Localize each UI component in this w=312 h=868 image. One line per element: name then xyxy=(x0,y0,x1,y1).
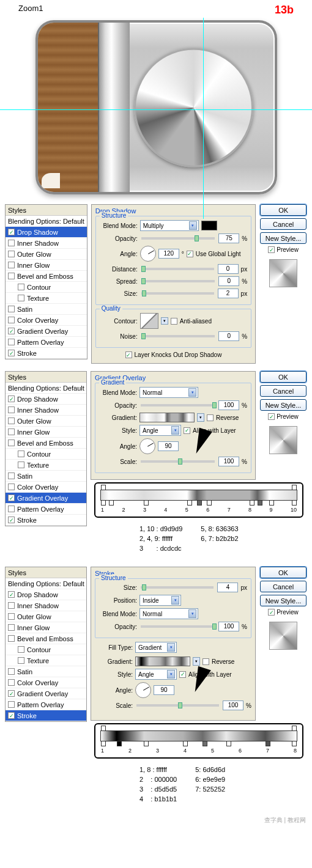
checkbox-icon[interactable] xyxy=(8,417,15,424)
blend-mode-select[interactable]: Multiply▾ xyxy=(140,220,199,231)
checkbox-icon[interactable] xyxy=(8,273,15,279)
checkbox-icon[interactable] xyxy=(8,251,15,257)
checkbox-icon[interactable] xyxy=(8,406,15,413)
checkbox-icon[interactable] xyxy=(8,240,15,246)
checkbox-icon[interactable] xyxy=(8,668,15,675)
size-input[interactable]: 4 xyxy=(217,583,238,592)
bevel-emboss-row[interactable]: Bevel and Emboss xyxy=(6,438,86,449)
checkbox-icon[interactable] xyxy=(8,473,15,479)
checkbox-icon[interactable] xyxy=(8,317,15,323)
spread-input[interactable]: 0 xyxy=(218,276,239,286)
stroke-row[interactable]: Stroke xyxy=(6,515,86,526)
preview-checkbox[interactable] xyxy=(268,246,275,253)
opacity-slider[interactable] xyxy=(141,404,215,406)
scale-slider[interactable] xyxy=(141,460,215,463)
chevron-down-icon[interactable]: ▾ xyxy=(161,317,168,325)
reverse-checkbox[interactable] xyxy=(207,414,214,421)
contour-row[interactable]: Contour xyxy=(6,282,87,293)
distance-slider[interactable] xyxy=(141,268,214,270)
checkbox-icon[interactable] xyxy=(18,284,24,290)
gradient-overlay-row[interactable]: Gradient Overlay xyxy=(6,493,86,504)
satin-row[interactable]: Satin xyxy=(6,666,86,677)
gradient-overlay-row[interactable]: Gradient Overlay xyxy=(6,688,86,699)
new-style-button[interactable]: New Style... xyxy=(260,595,306,606)
noise-input[interactable]: 0 xyxy=(218,331,239,341)
stroke-row[interactable]: Stroke xyxy=(6,710,86,721)
opacity-slider[interactable] xyxy=(141,237,215,240)
inner-glow-row[interactable]: Inner Glow xyxy=(6,427,86,438)
angle-dial[interactable] xyxy=(139,438,155,454)
color-overlay-row[interactable]: Color Overlay xyxy=(6,677,86,688)
filltype-select[interactable]: Gradient▾ xyxy=(135,642,177,653)
pattern-overlay-row[interactable]: Pattern Overlay xyxy=(6,504,86,515)
checkbox-icon[interactable] xyxy=(8,613,15,620)
checkbox-icon[interactable] xyxy=(8,517,15,523)
checkbox-icon[interactable] xyxy=(8,229,15,235)
checkbox-icon[interactable] xyxy=(8,701,15,708)
new-style-button[interactable]: New Style... xyxy=(260,232,306,244)
color-swatch[interactable] xyxy=(201,221,217,230)
inner-glow-row[interactable]: Inner Glow xyxy=(6,260,87,271)
gradient-editor[interactable]: 12345678 xyxy=(94,723,303,759)
drop-shadow-row[interactable]: Drop Shadow xyxy=(6,394,86,405)
spread-slider[interactable] xyxy=(141,280,215,282)
outer-glow-row[interactable]: Outer Glow xyxy=(6,611,86,622)
angle-input[interactable]: 90 xyxy=(158,441,179,451)
angle-dial[interactable] xyxy=(140,246,156,262)
opacity-input[interactable]: 100 xyxy=(218,622,239,631)
texture-row[interactable]: Texture xyxy=(6,655,86,666)
anti-aliased-checkbox[interactable] xyxy=(171,318,177,325)
angle-input[interactable]: 90 xyxy=(154,685,174,695)
checkbox-icon[interactable] xyxy=(8,591,15,598)
drop-shadow-row[interactable]: Drop Shadow xyxy=(6,227,87,238)
checkbox-icon[interactable] xyxy=(8,712,15,719)
global-light-checkbox[interactable] xyxy=(187,251,193,257)
inner-shadow-row[interactable]: Inner Shadow xyxy=(6,600,86,611)
knocks-out-checkbox[interactable] xyxy=(125,351,132,358)
blending-options-row[interactable]: Blending Options: Default xyxy=(6,216,87,227)
checkbox-icon[interactable] xyxy=(8,262,15,268)
checkbox-icon[interactable] xyxy=(8,602,15,609)
ok-button[interactable]: OK xyxy=(260,204,306,216)
inner-shadow-row[interactable]: Inner Shadow xyxy=(6,405,86,416)
checkbox-icon[interactable] xyxy=(18,462,24,468)
ok-button[interactable]: OK xyxy=(260,371,306,383)
chevron-down-icon[interactable]: ▾ xyxy=(193,657,200,666)
satin-row[interactable]: Satin xyxy=(6,304,87,315)
cancel-button[interactable]: Cancel xyxy=(260,218,306,230)
blend-mode-select[interactable]: Normal▾ xyxy=(139,608,198,619)
contour-row[interactable]: Contour xyxy=(6,644,86,655)
gradient-overlay-row[interactable]: Gradient Overlay xyxy=(6,326,87,337)
texture-row[interactable]: Texture xyxy=(6,293,87,304)
reverse-checkbox[interactable] xyxy=(202,658,209,665)
gradient-editor[interactable]: 12345678910 xyxy=(94,482,303,518)
checkbox-icon[interactable] xyxy=(18,451,24,457)
opacity-input[interactable]: 100 xyxy=(218,400,239,410)
pattern-overlay-row[interactable]: Pattern Overlay xyxy=(6,699,86,710)
contour-picker[interactable] xyxy=(140,313,158,329)
distance-input[interactable]: 0 xyxy=(218,264,239,274)
scale-input[interactable]: 100 xyxy=(218,457,239,466)
checkbox-icon[interactable] xyxy=(8,690,15,697)
texture-row[interactable]: Texture xyxy=(6,460,86,471)
checkbox-icon[interactable] xyxy=(8,428,15,435)
opacity-input[interactable]: 75 xyxy=(218,234,239,243)
checkbox-icon[interactable] xyxy=(8,635,15,642)
checkbox-icon[interactable] xyxy=(8,339,15,345)
chevron-down-icon[interactable]: ▾ xyxy=(197,413,204,422)
contour-row[interactable]: Contour xyxy=(6,449,86,460)
outer-glow-row[interactable]: Outer Glow xyxy=(6,249,87,260)
new-style-button[interactable]: New Style... xyxy=(260,399,306,411)
checkbox-icon[interactable] xyxy=(8,484,15,490)
bevel-emboss-row[interactable]: Bevel and Emboss xyxy=(6,271,87,282)
angle-dial[interactable] xyxy=(135,682,151,698)
position-select[interactable]: Inside▾ xyxy=(139,595,181,606)
opacity-slider[interactable] xyxy=(141,625,215,628)
cancel-button[interactable]: Cancel xyxy=(260,385,306,397)
checkbox-icon[interactable] xyxy=(8,506,15,512)
noise-slider[interactable] xyxy=(141,335,215,337)
scale-slider[interactable] xyxy=(136,704,219,707)
inner-glow-row[interactable]: Inner Glow xyxy=(6,622,86,633)
checkbox-icon[interactable] xyxy=(8,440,15,446)
inner-shadow-row[interactable]: Inner Shadow xyxy=(6,238,87,249)
